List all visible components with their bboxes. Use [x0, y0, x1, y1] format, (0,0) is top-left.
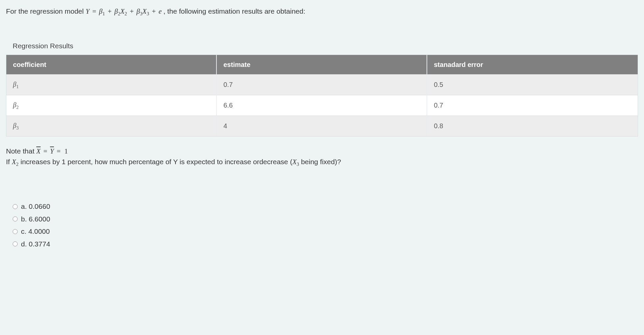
- cell-stderr: 0.7: [427, 95, 638, 116]
- option-label: b. 6.6000: [21, 214, 50, 224]
- option-c[interactable]: c. 4.0000: [13, 226, 638, 237]
- q-p2: increases by 1 percent, how much percent…: [19, 158, 292, 166]
- eq-equals: =: [91, 7, 97, 15]
- eq-Y: Y: [86, 7, 90, 15]
- note-prefix: Note that: [6, 147, 36, 155]
- note-line: Note that X = Y = 1: [6, 146, 638, 157]
- note-block: Note that X = Y = 1 If X2 increases by 1…: [6, 146, 638, 168]
- q-p3: being fixed)?: [299, 158, 341, 166]
- cell-coef: β1: [6, 74, 217, 95]
- table-row: β3 4 0.8: [6, 116, 638, 136]
- eq-e: e: [159, 7, 161, 15]
- eq-b3: β3: [137, 7, 143, 15]
- cell-estimate: 0.7: [217, 74, 427, 95]
- option-label: c. 4.0000: [21, 226, 50, 237]
- eq-plus-1: +: [107, 7, 113, 15]
- eq-X2: X2: [120, 7, 127, 15]
- note-equation: X = Y = 1: [36, 147, 69, 155]
- answer-options: a. 0.0660 b. 6.6000 c. 4.0000 d. 0.3774: [6, 201, 638, 249]
- eq-b2: β2: [114, 7, 120, 15]
- regression-table: coefficient estimate stanadard error β1 …: [6, 55, 638, 137]
- question-intro: For the regression model Y = β1 + β2X2 +…: [6, 6, 638, 17]
- eq-b1: β1: [99, 7, 105, 15]
- table-row: β2 6.6 0.7: [6, 95, 638, 116]
- option-label: a. 0.0660: [21, 201, 50, 212]
- option-a[interactable]: a. 0.0660: [13, 201, 638, 212]
- regression-equation: Y = β1 + β2X2 + β3X3 + e: [86, 7, 163, 15]
- cell-coef: β2: [6, 95, 217, 116]
- note-Xbar: X: [36, 147, 41, 155]
- table-header-row: coefficient estimate stanadard error: [6, 55, 638, 74]
- eq-plus-3: +: [151, 7, 157, 15]
- radio-icon[interactable]: [13, 241, 18, 246]
- cell-coef: β3: [6, 116, 217, 136]
- q-X3: X3: [292, 158, 299, 166]
- table-row: β1 0.7 0.5: [6, 74, 638, 95]
- cell-estimate: 6.6: [217, 95, 427, 116]
- th-coefficient: coefficient: [6, 55, 217, 74]
- th-estimate: estimate: [217, 55, 427, 74]
- note-one: 1: [63, 147, 69, 155]
- cell-stderr: 0.8: [427, 116, 638, 136]
- eq-X3: X3: [143, 7, 149, 15]
- question-line: If X2 increases by 1 percent, how much p…: [6, 157, 638, 168]
- cell-stderr: 0.5: [427, 74, 638, 95]
- intro-prefix: For the regression model: [6, 7, 86, 15]
- intro-suffix: , the following estimation results are o…: [163, 7, 305, 15]
- option-d[interactable]: d. 0.3774: [13, 239, 638, 249]
- note-eq-1: =: [42, 147, 48, 155]
- radio-icon[interactable]: [13, 204, 18, 209]
- th-stderr: stanadard error: [427, 55, 638, 74]
- q-p1: If: [6, 158, 12, 166]
- option-label: d. 0.3774: [21, 239, 50, 249]
- note-eq-2: =: [56, 147, 62, 155]
- eq-plus-2: +: [129, 7, 135, 15]
- q-X2: X2: [12, 158, 19, 166]
- table-caption: Regression Results: [13, 41, 638, 51]
- cell-estimate: 4: [217, 116, 427, 136]
- radio-icon[interactable]: [13, 229, 18, 234]
- radio-icon[interactable]: [13, 216, 18, 221]
- note-Ybar: Y: [50, 147, 54, 155]
- option-b[interactable]: b. 6.6000: [13, 214, 638, 224]
